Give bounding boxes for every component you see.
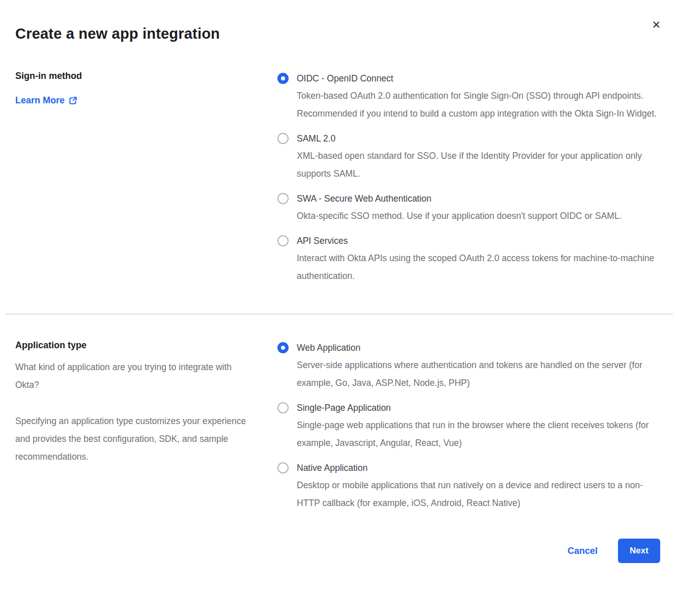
signin-method-options: OIDC - OpenID Connect Token-based OAuth …	[277, 70, 660, 285]
signin-method-label: Sign-in method	[15, 70, 257, 82]
radio-icon[interactable]	[277, 402, 289, 413]
next-button[interactable]: Next	[618, 539, 660, 563]
option-saml-label[interactable]: SAML 2.0	[297, 130, 659, 147]
option-api-services-description: Interact with Okta APIs using the scoped…	[297, 249, 659, 285]
application-type-options: Web Application Server-side applications…	[277, 339, 660, 512]
option-oidc-label[interactable]: OIDC - OpenID Connect	[297, 70, 659, 87]
option-swa-label[interactable]: SWA - Secure Web Authentication	[297, 190, 622, 207]
option-oidc: OIDC - OpenID Connect Token-based OAuth …	[277, 70, 660, 123]
signin-method-section: Sign-in method Learn More OIDC - OpenID …	[15, 70, 660, 285]
option-single-page-application-description: Single-page web applications that run in…	[297, 416, 659, 452]
option-oidc-description: Token-based OAuth 2.0 authentication for…	[297, 87, 659, 123]
radio-icon[interactable]	[277, 342, 289, 353]
application-type-description-2: Specifying an application type customize…	[15, 412, 257, 466]
application-type-label: Application type	[15, 339, 257, 351]
section-divider	[5, 314, 673, 315]
radio-icon[interactable]	[277, 73, 289, 84]
cancel-button[interactable]: Cancel	[568, 546, 598, 556]
radio-icon[interactable]	[277, 235, 289, 246]
learn-more-label: Learn More	[15, 95, 65, 106]
option-api-services-label[interactable]: API Services	[297, 232, 659, 249]
option-native-application-label[interactable]: Native Application	[297, 459, 659, 477]
option-swa: SWA - Secure Web Authentication Okta-spe…	[277, 190, 660, 225]
option-saml-description: XML-based open standard for SSO. Use if …	[297, 147, 659, 183]
option-web-application-description: Server-side applications where authentic…	[297, 356, 659, 392]
external-link-icon	[69, 96, 77, 105]
dialog-footer: Cancel Next	[15, 539, 660, 563]
option-single-page-application: Single-Page Application Single-page web …	[277, 399, 660, 452]
dialog-title: Create a new app integration	[15, 25, 660, 42]
learn-more-link[interactable]: Learn More	[15, 95, 77, 106]
option-swa-description: Okta-specific SSO method. Use if your ap…	[297, 207, 622, 225]
application-type-section: Application type What kind of applicatio…	[15, 339, 660, 512]
option-web-application: Web Application Server-side applications…	[277, 339, 660, 392]
close-icon[interactable]: ✕	[652, 19, 661, 30]
option-native-application: Native Application Desktop or mobile app…	[277, 459, 660, 512]
option-api-services: API Services Interact with Okta APIs usi…	[277, 232, 660, 285]
radio-icon[interactable]	[277, 462, 289, 473]
application-type-description-1: What kind of application are you trying …	[15, 358, 257, 394]
radio-icon[interactable]	[277, 193, 289, 204]
option-single-page-application-label[interactable]: Single-Page Application	[297, 399, 659, 416]
option-native-application-description: Desktop or mobile applications that run …	[297, 477, 659, 512]
radio-icon[interactable]	[277, 133, 289, 144]
option-web-application-label[interactable]: Web Application	[297, 339, 659, 356]
option-saml: SAML 2.0 XML-based open standard for SSO…	[277, 130, 660, 183]
create-app-integration-dialog: ✕ Create a new app integration Sign-in m…	[0, 0, 678, 616]
